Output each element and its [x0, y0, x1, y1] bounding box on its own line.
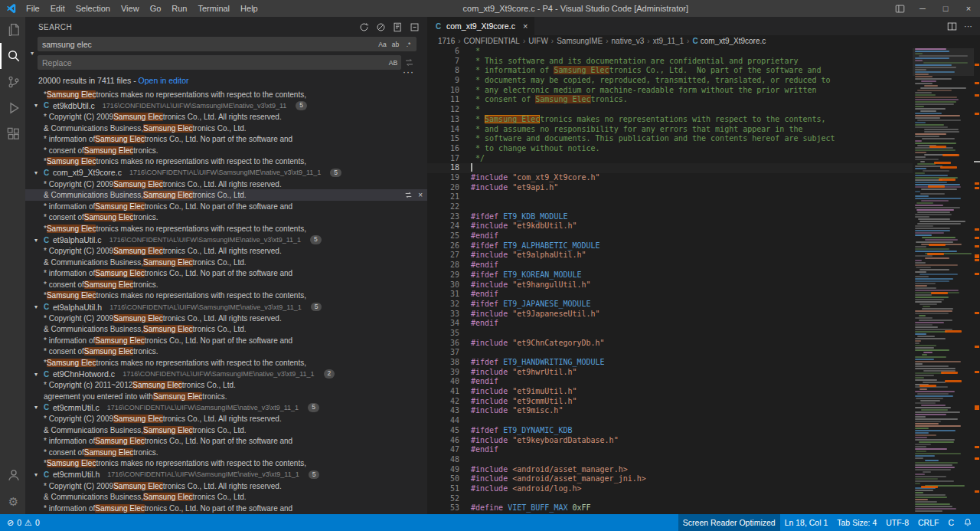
- open-in-editor-link[interactable]: Open in editor: [139, 76, 189, 85]
- search-match-row[interactable]: * consent of Samsung Electronics.: [25, 212, 427, 224]
- code-line-34[interactable]: 34#endif: [427, 319, 913, 329]
- code-line-16[interactable]: 16 * to change without notice.: [427, 144, 913, 154]
- code-line-8[interactable]: 8 * information of Samsung Electronics C…: [427, 66, 913, 76]
- minimap[interactable]: [913, 46, 974, 514]
- language-indicator[interactable]: C: [943, 514, 959, 531]
- breadcrumb-file[interactable]: C com_xt9_Xt9core.c: [692, 37, 766, 45]
- chevron-down-icon[interactable]: ▾: [32, 371, 40, 378]
- menu-view[interactable]: View: [116, 0, 145, 17]
- chevron-down-icon[interactable]: ▾: [32, 404, 40, 411]
- code-line-17[interactable]: 17 */: [427, 154, 913, 164]
- activity-run-debug[interactable]: [0, 95, 25, 121]
- search-match-row[interactable]: * consent of Samsung Electronics.: [25, 279, 427, 290]
- screen-reader-indicator[interactable]: Screen Reader Optimized: [678, 514, 780, 531]
- code-line-32[interactable]: 32#ifdef ET9_JAPANESE_MODULE: [427, 300, 913, 310]
- search-match-row[interactable]: * consent of Samsung Electronics.: [25, 346, 427, 358]
- tab-com-xt9-xt9core[interactable]: C com_xt9_Xt9core.c ×: [427, 17, 535, 35]
- search-match-row[interactable]: * Copyright (c) 2011~2012 Samsung Electr…: [25, 379, 427, 391]
- search-match-row[interactable]: * Samsung Electronics makes no represent…: [25, 156, 427, 168]
- menu-run[interactable]: Run: [166, 0, 192, 17]
- search-match-row[interactable]: * information of Samsung Electronics Co.…: [25, 335, 427, 346]
- code-area[interactable]: 6 *7 * This software and its documentati…: [427, 46, 913, 514]
- close-button[interactable]: ×: [957, 0, 980, 17]
- code-line-20[interactable]: 20#include "et9api.h": [427, 183, 913, 193]
- search-match-row[interactable]: * Copyright (C) 2009 Samsung Electronics…: [25, 413, 427, 424]
- search-match-row[interactable]: * Copyright (C) 2009 Samsung Electronics…: [25, 313, 427, 324]
- tab-size-indicator[interactable]: Tab Size: 4: [832, 514, 881, 531]
- search-match-row[interactable]: * Copyright (C) 2009 Samsung Electronics…: [25, 179, 427, 190]
- dismiss-match-icon[interactable]: ×: [418, 191, 423, 199]
- match-case-icon[interactable]: Aa: [377, 38, 388, 50]
- search-input[interactable]: [38, 37, 416, 51]
- breadcrumb-item[interactable]: native_v3: [612, 37, 645, 45]
- code-line-42[interactable]: 42#include "et9cmmUtil.h": [427, 397, 913, 407]
- code-line-39[interactable]: 39#include "et9hwrUtil.h": [427, 368, 913, 378]
- code-line-52[interactable]: 52: [427, 494, 913, 504]
- chevron-down-icon[interactable]: ▾: [32, 102, 40, 109]
- search-file-row[interactable]: ▾Cet9kdbUtil.c1716\CONFIDENTIAL\UIFW\Sam…: [25, 100, 427, 112]
- search-match-row[interactable]: * Copyright (C) 2009 Samsung Electronics…: [25, 480, 427, 492]
- search-match-row[interactable]: & Communications Business, Samsung Elect…: [25, 189, 427, 201]
- search-match-row[interactable]: * information of Samsung Electronics Co.…: [25, 133, 427, 145]
- code-line-18[interactable]: 18: [427, 163, 913, 173]
- code-line-28[interactable]: 28#endif: [427, 261, 913, 270]
- preserve-case-icon[interactable]: AB: [387, 57, 399, 68]
- search-file-row[interactable]: ▾Cet9cmmUtil.c1716\CONFIDENTIAL\UIFW\Sam…: [25, 402, 427, 414]
- code-line-25[interactable]: 25#endif: [427, 231, 913, 241]
- code-line-19[interactable]: 19#include "com_xt9_Xt9core.h": [427, 173, 913, 183]
- search-match-row[interactable]: & Communications Business, Samsung Elect…: [25, 323, 427, 335]
- breadcrumb-item[interactable]: xt9_11_1: [653, 37, 684, 45]
- menu-selection[interactable]: Selection: [70, 0, 116, 17]
- code-line-10[interactable]: 10 * any electronic medium or machine-re…: [427, 86, 913, 96]
- search-match-row[interactable]: * information of Samsung Electronics Co.…: [25, 201, 427, 212]
- code-line-53[interactable]: 53#define VIET_BUFF_MAX 0xFF: [427, 503, 913, 513]
- code-line-43[interactable]: 43#include "et9misc.h": [427, 406, 913, 416]
- code-line-44[interactable]: 44: [427, 416, 913, 426]
- more-actions-icon[interactable]: ···: [964, 21, 972, 31]
- menu-file[interactable]: File: [21, 0, 45, 17]
- search-file-row[interactable]: ▾Cet9alphaUtil.h1716\CONFIDENTIAL\UIFW\S…: [25, 301, 427, 313]
- collapse-all-icon[interactable]: [408, 21, 421, 34]
- code-line-22[interactable]: 22: [427, 202, 913, 212]
- open-new-search-editor-icon[interactable]: [391, 21, 404, 34]
- code-line-29[interactable]: 29#ifdef ET9_KOREAN_MODULE: [427, 270, 913, 280]
- code-line-30[interactable]: 30#include "et9hangulUtil.h": [427, 280, 913, 290]
- code-line-51[interactable]: 51#include <android/log.h>: [427, 484, 913, 494]
- code-line-41[interactable]: 41#include "et9imuUtil.h": [427, 387, 913, 397]
- layout-icon[interactable]: [888, 0, 911, 17]
- code-line-13[interactable]: 13 * Samsung Electronics makes no repres…: [427, 115, 913, 125]
- menu-edit[interactable]: Edit: [45, 0, 70, 17]
- search-match-row[interactable]: * consent of Samsung Electronics.: [25, 447, 427, 458]
- code-line-48[interactable]: 48: [427, 455, 913, 465]
- code-line-21[interactable]: 21: [427, 192, 913, 202]
- search-match-row[interactable]: & Communications Business, Samsung Elect…: [25, 424, 427, 436]
- search-match-row[interactable]: * information of Samsung Electronics Co.…: [25, 268, 427, 280]
- code-line-40[interactable]: 40#endif: [427, 377, 913, 387]
- chevron-down-icon[interactable]: ▾: [32, 169, 40, 176]
- code-line-37[interactable]: 37: [427, 348, 913, 358]
- search-match-row[interactable]: * Samsung Electronics makes no represent…: [25, 290, 427, 302]
- breadcrumb-item[interactable]: SamsungIME: [557, 37, 603, 45]
- activity-extensions[interactable]: [0, 121, 25, 147]
- minimize-button[interactable]: ─: [911, 0, 934, 17]
- toggle-search-details-icon[interactable]: ···: [403, 68, 414, 76]
- menu-help[interactable]: Help: [235, 0, 263, 17]
- split-editor-icon[interactable]: [947, 21, 957, 31]
- code-line-24[interactable]: 24#include "et9kdbUtil.h": [427, 221, 913, 231]
- code-line-31[interactable]: 31#endif: [427, 290, 913, 300]
- whole-word-icon[interactable]: ab: [390, 38, 401, 50]
- search-match-row[interactable]: * Samsung Electronics makes no represent…: [25, 458, 427, 470]
- breadcrumb-item[interactable]: UIFW: [528, 37, 548, 45]
- code-line-45[interactable]: 45#ifdef ET9_DYNAMIC_KDB: [427, 426, 913, 436]
- search-match-row[interactable]: * Samsung Electronics makes no represent…: [25, 223, 427, 234]
- search-match-row[interactable]: * consent of Samsung Electronics.: [25, 145, 427, 156]
- code-line-12[interactable]: 12 *: [427, 105, 913, 115]
- search-match-row[interactable]: * Samsung Electronics makes no represent…: [25, 89, 427, 100]
- search-match-row[interactable]: & Communications Business, Samsung Elect…: [25, 491, 427, 503]
- notifications-bell-icon[interactable]: [959, 514, 977, 531]
- code-line-46[interactable]: 46#include "et9keyboardDatabase.h": [427, 436, 913, 446]
- code-line-7[interactable]: 7 * This software and its documentation …: [427, 57, 913, 67]
- code-line-23[interactable]: 23#ifdef ET9_KDB_MODULE: [427, 212, 913, 222]
- code-line-6[interactable]: 6 *: [427, 47, 913, 57]
- activity-search[interactable]: [0, 43, 25, 69]
